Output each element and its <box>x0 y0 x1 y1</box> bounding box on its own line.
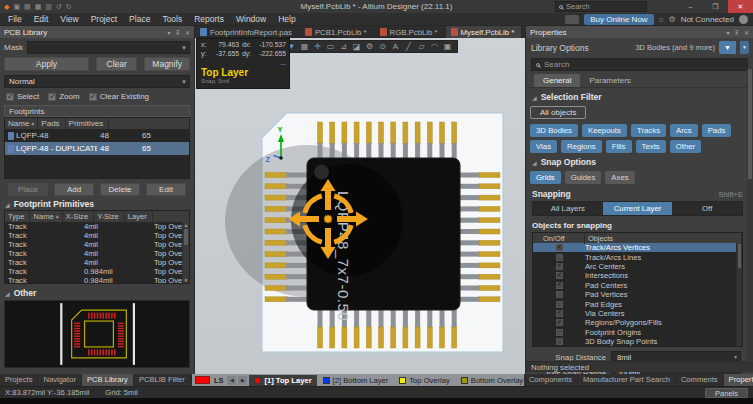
chevron-down-icon[interactable]: ▼ <box>181 42 187 54</box>
minimize-button[interactable]: – <box>678 0 703 13</box>
document-tab[interactable]: FootprintInfoReport.pas <box>195 26 300 38</box>
footprint-action-button[interactable]: Add <box>54 183 94 196</box>
collapse-icon[interactable]: ◢ <box>532 94 537 101</box>
gear-icon[interactable]: ⚙ <box>668 15 675 24</box>
grid-icon[interactable]: ▣ <box>441 41 454 52</box>
mask-input[interactable]: ▼ <box>27 41 190 54</box>
filter-dropdown-caret[interactable]: ▼ <box>740 41 749 54</box>
primitive-row[interactable]: Track 0.984mil Top Over... <box>5 276 189 284</box>
option-checkbox[interactable]: Zoom <box>48 92 79 101</box>
menu-item[interactable]: Window <box>230 13 272 25</box>
snapping-mode-option[interactable]: All Layers <box>533 202 603 215</box>
menu-item[interactable]: Help <box>272 13 301 25</box>
checkbox-box[interactable] <box>48 93 56 101</box>
view-mode-dropdown[interactable]: Normal▼ <box>4 75 190 88</box>
checkbox-box[interactable] <box>556 338 563 345</box>
via-icon[interactable]: ⊙ <box>376 41 389 52</box>
paste-icon[interactable]: ▥ <box>45 1 52 12</box>
document-tab[interactable]: PCB1.PcbLib * <box>300 26 375 38</box>
pcb-canvas[interactable]: LQFP48_7x7-0.50YZ x: 79.463 dx: -170.537… <box>195 38 525 374</box>
footprint-row[interactable]: LQFP-48 - DUPLICATE 48 65 <box>5 142 189 155</box>
scrollbar[interactable]: ▲ ▼ <box>182 222 189 283</box>
chevron-down-icon[interactable]: ▾ <box>168 29 171 36</box>
redo-icon[interactable]: ↻ <box>66 1 72 12</box>
footprint-action-button[interactable]: Delete <box>100 183 140 196</box>
primitive-row[interactable]: Track 4mil Top Over... <box>5 240 189 249</box>
buy-online-button[interactable]: Buy Online Now <box>584 14 653 25</box>
column-header[interactable]: Name▴ <box>5 118 38 129</box>
panel-tab[interactable]: Comments <box>676 374 724 386</box>
filter-chip[interactable]: Vias <box>530 140 557 153</box>
layer-tab[interactable]: Bottom Overlay <box>456 375 524 386</box>
panel-tab[interactable]: PCBLIB Filter <box>134 374 191 386</box>
document-tab[interactable]: RGB.PcbLib * <box>375 26 446 38</box>
open-icon[interactable]: ▤ <box>24 1 31 12</box>
column-header[interactable]: Objects <box>585 233 742 244</box>
clear-button[interactable]: Clear <box>96 57 137 71</box>
gear-icon[interactable]: ⚙ <box>363 41 376 52</box>
copy-icon[interactable]: ▦ <box>35 1 42 12</box>
menu-item[interactable]: Project <box>85 13 123 25</box>
close-icon[interactable]: ✕ <box>744 29 749 36</box>
current-layer-swatch[interactable] <box>195 376 210 384</box>
other-section-header[interactable]: ◢ Other <box>5 288 190 298</box>
column-header[interactable]: Pads <box>38 118 65 129</box>
column-header[interactable]: Layer <box>125 211 153 222</box>
filter-chip[interactable]: 3D Bodies <box>530 124 578 137</box>
selection-filter-header[interactable]: ◢ Selection Filter <box>532 92 743 102</box>
column-header[interactable]: X-Size <box>63 211 94 222</box>
chevron-down-icon[interactable]: ▾ <box>727 29 730 36</box>
snapping-object-row[interactable]: Regions/Polygons/Fills <box>533 318 742 327</box>
option-checkbox[interactable]: Clear Existing <box>89 92 149 101</box>
move-cross-icon[interactable]: ✛ <box>311 41 324 52</box>
properties-tab[interactable]: General <box>534 74 580 87</box>
snapping-object-row[interactable]: Via Centers <box>533 309 742 318</box>
collapse-icon[interactable]: ◢ <box>532 159 537 166</box>
text-icon[interactable]: A <box>389 41 402 52</box>
collapse-icon[interactable]: ◢ <box>5 201 10 208</box>
snapping-object-row[interactable]: Pad Centers <box>533 281 742 290</box>
filter-chip[interactable]: Pads <box>702 124 732 137</box>
snap-chip[interactable]: Guides <box>565 171 602 184</box>
line-icon[interactable]: ╱ <box>402 41 415 52</box>
snapping-object-row[interactable]: 3D Body Snap Points <box>533 337 742 346</box>
checkbox-box[interactable] <box>556 244 563 251</box>
snapping-object-row[interactable]: Footprint Origins <box>533 328 742 337</box>
layer-scroll-right-icon[interactable]: ▶ <box>238 376 247 385</box>
filter-chip[interactable]: Texts <box>636 140 666 153</box>
menu-item[interactable]: View <box>54 13 84 25</box>
magnify-button[interactable]: Magnify <box>144 57 190 71</box>
close-button[interactable]: ✕ <box>728 0 753 13</box>
snap-chip[interactable]: Grids <box>530 171 561 184</box>
pin-icon[interactable]: ⊼ <box>735 29 739 36</box>
checkbox-box[interactable] <box>556 254 563 261</box>
panel-tab[interactable]: Projects <box>0 374 38 386</box>
filter-funnel-button[interactable]: ▼ <box>719 41 736 54</box>
snapping-object-row[interactable]: Track/Arcs Lines <box>533 252 742 261</box>
filter-chip[interactable]: Arcs <box>670 124 698 137</box>
checkbox-box[interactable] <box>556 319 563 326</box>
column-header[interactable]: Y-Size <box>94 211 125 222</box>
scrollbar[interactable] <box>747 68 753 362</box>
snapping-object-row[interactable]: Pad Vertices <box>533 290 742 299</box>
primitive-row[interactable]: Track 4mil Top Over... <box>5 258 189 267</box>
column-header[interactable]: Primitives <box>66 118 110 129</box>
footprint-preview[interactable] <box>4 300 190 368</box>
primitive-row[interactable]: Track 4mil Top Over... <box>5 249 189 258</box>
checkbox-box[interactable] <box>556 291 563 298</box>
undo-icon[interactable]: ↺ <box>56 1 62 12</box>
filter-chip[interactable]: Regions <box>561 140 602 153</box>
filter-chip[interactable]: Other <box>670 140 702 153</box>
layer-scroll-left-icon[interactable]: ◀ <box>227 376 236 385</box>
footprint-action-button[interactable]: Place <box>8 183 48 196</box>
checkbox-box[interactable] <box>556 282 563 289</box>
scroll-up-icon[interactable]: ▲ <box>183 222 189 228</box>
checkbox-box[interactable] <box>6 93 14 101</box>
menu-item[interactable]: Edit <box>28 13 55 25</box>
scrollbar[interactable] <box>736 243 742 346</box>
column-header[interactable]: Name▴ <box>30 211 62 222</box>
panels-button[interactable]: Panels <box>705 388 748 398</box>
option-checkbox[interactable]: Select <box>6 92 39 101</box>
global-search-input[interactable]: Search <box>555 1 647 12</box>
snapping-mode-option[interactable]: Off <box>672 202 742 215</box>
